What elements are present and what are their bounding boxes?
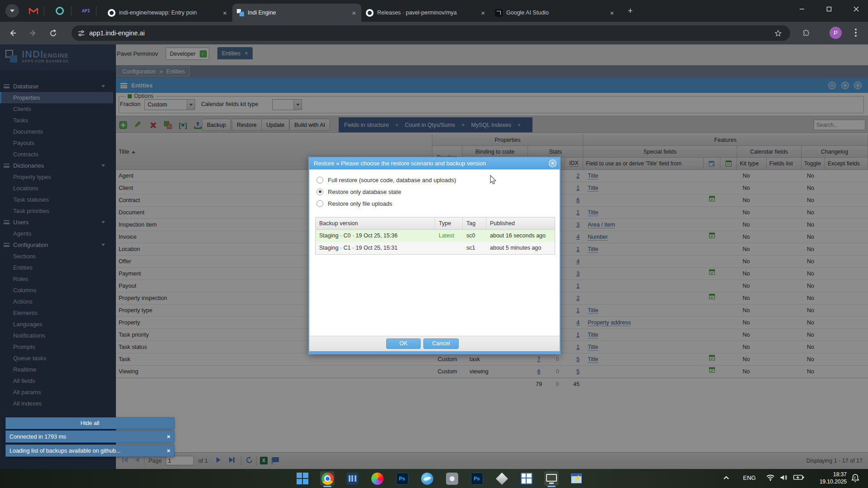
window-maximize-button[interactable]: [819, 0, 839, 18]
taskbar-monitor-app[interactable]: [544, 471, 559, 486]
header-tag[interactable]: Tag: [463, 217, 486, 229]
divider: [96, 6, 96, 15]
backup-published-cell: about 16 seconds ago: [486, 230, 554, 242]
toast-text: Connected in 1793 ms: [10, 434, 167, 440]
browser-tab[interactable]: Google AI Studio ×: [490, 4, 619, 22]
pinned-tab-logo[interactable]: [54, 5, 65, 16]
web-page: INDIENGINE APPS FOR BUSINESS Database Pr…: [0, 44, 868, 469]
new-tab-button[interactable]: +: [626, 6, 635, 15]
tab-close-icon[interactable]: ×: [480, 9, 486, 17]
radio-icon[interactable]: [317, 177, 323, 184]
ring-logo-icon: [56, 7, 64, 15]
forward-button[interactable]: [28, 28, 38, 39]
taskbar-diamond-app[interactable]: [494, 471, 509, 486]
reload-button[interactable]: [48, 28, 58, 39]
backup-tag-cell: sc0: [463, 230, 486, 242]
taskbar-columns-app[interactable]: [345, 471, 360, 486]
taskbar-photoshop-2[interactable]: Ps: [470, 471, 484, 486]
ok-button[interactable]: OK: [386, 338, 421, 349]
taskbar-lightning-app[interactable]: [569, 471, 584, 486]
start-button[interactable]: [295, 471, 310, 486]
bookmark-star-icon[interactable]: [772, 28, 783, 39]
toast-close-icon[interactable]: ×: [167, 447, 170, 454]
extensions-puzzle-icon[interactable]: [801, 28, 811, 39]
header-published[interactable]: Published: [486, 217, 554, 229]
windows-logo-icon: [297, 473, 308, 484]
browser-menu-icon[interactable]: [855, 29, 857, 30]
dialog-title: Restore » Please choose the restore scen…: [309, 158, 560, 169]
taskbar-gray-app[interactable]: [445, 471, 459, 486]
divider: [44, 6, 44, 15]
chevron-down-icon: [10, 10, 14, 12]
toast-loading: Loading list of backups available on git…: [5, 445, 174, 457]
gray-app-icon: [446, 473, 458, 485]
notification-bell-icon[interactable]: z: [851, 474, 859, 484]
profile-avatar[interactable]: P: [830, 27, 842, 39]
radio-label: Restore only file uploads: [328, 200, 392, 207]
browser-toolbar: app1.indi-engine.ai P: [0, 22, 868, 44]
radio-option[interactable]: Full restore (source code, database and …: [317, 174, 456, 186]
table-app-icon: [521, 473, 532, 484]
tab-title: Indi Engine: [248, 10, 347, 16]
photoshop-icon: Ps: [471, 473, 483, 485]
tab-close-icon[interactable]: ×: [351, 9, 357, 17]
back-button[interactable]: [7, 28, 18, 39]
tab-title: Google AI Studio: [506, 10, 605, 16]
radio-option[interactable]: Restore only database state: [317, 186, 401, 198]
tune-icon[interactable]: [78, 30, 85, 37]
header-type[interactable]: Type: [435, 217, 463, 229]
taskbar-blue-swoosh-app[interactable]: [420, 471, 434, 486]
tray-chevron-up-icon[interactable]: [723, 474, 729, 481]
radio-option[interactable]: Restore only file uploads: [317, 198, 392, 209]
radio-label: Full restore (source code, database and …: [328, 177, 456, 184]
backup-version-cell: Staging · C0 · 19 Oct 25, 15:36: [316, 230, 435, 242]
toast-close-icon[interactable]: ×: [167, 433, 170, 440]
pinned-tab-gmail[interactable]: [28, 5, 39, 16]
blue-swoosh-icon: [421, 473, 433, 485]
backup-rows: Staging · C0 · 19 Oct 25, 15:36 Latest s…: [316, 230, 555, 254]
wifi-icon[interactable]: [766, 474, 775, 483]
diamond-icon: [496, 473, 508, 485]
backup-row[interactable]: Staging · C0 · 19 Oct 25, 15:36 Latest s…: [316, 230, 555, 242]
browser-tab[interactable]: indi-engine/newapp: Entry poin ×: [103, 4, 232, 22]
tab-search-button[interactable]: [5, 4, 19, 18]
taskbar-table-app[interactable]: [519, 471, 534, 486]
taskbar-color-wheel-app[interactable]: [370, 471, 384, 486]
github-icon: [366, 9, 374, 17]
gmail-icon: [29, 8, 38, 14]
tab-close-icon[interactable]: ×: [609, 9, 615, 17]
backup-version-cell: Staging · C1 · 19 Oct 25, 15:31: [316, 242, 435, 254]
restore-dialog: Restore » Please choose the restore scen…: [308, 157, 561, 354]
backup-row[interactable]: Staging · C1 · 19 Oct 25, 15:31 sc1 abou…: [316, 242, 555, 254]
toast-connected: Connected in 1793 ms ×: [5, 430, 174, 443]
mouse-cursor: [489, 175, 497, 187]
window-minimize-button[interactable]: [791, 0, 812, 18]
divider: [71, 6, 72, 15]
tray-language[interactable]: ENG: [743, 474, 756, 481]
backup-version-grid: Backup version Type Tag Published Stagin…: [315, 217, 555, 255]
hide-all-label: Hide all: [81, 420, 100, 426]
browser-tab[interactable]: Releases · pavel-perminov/mya ×: [361, 4, 490, 22]
radio-icon[interactable]: [317, 200, 323, 207]
address-bar[interactable]: app1.indi-engine.ai: [72, 25, 790, 41]
taskbar-photoshop[interactable]: Ps: [395, 471, 409, 486]
hide-all-button[interactable]: Hide all: [5, 417, 174, 429]
pinned-tab-api[interactable]: API: [81, 5, 91, 16]
svg-text:z: z: [854, 475, 856, 479]
window-close-button[interactable]: [846, 0, 867, 18]
header-backup-version[interactable]: Backup version: [316, 217, 435, 229]
tab-close-icon[interactable]: ×: [222, 9, 228, 17]
battery-icon[interactable]: [793, 474, 804, 482]
browser-tab-strip: API indi-engine/newapp: Entry poin × Ind…: [0, 0, 868, 22]
taskbar-chrome[interactable]: [320, 471, 335, 486]
tray-clock[interactable]: 18:37 19.10.2025: [814, 471, 847, 485]
backup-tag-cell: sc1: [463, 242, 486, 254]
radio-icon[interactable]: [317, 188, 323, 195]
volume-icon[interactable]: [780, 474, 788, 483]
dialog-close-icon[interactable]: ×: [549, 159, 556, 167]
browser-tab[interactable]: Indi Engine ×: [232, 4, 361, 22]
color-wheel-icon: [371, 473, 384, 485]
tab-title: indi-engine/newapp: Entry poin: [119, 10, 218, 16]
cancel-button[interactable]: Cancel: [423, 338, 459, 349]
github-icon: [108, 9, 115, 17]
